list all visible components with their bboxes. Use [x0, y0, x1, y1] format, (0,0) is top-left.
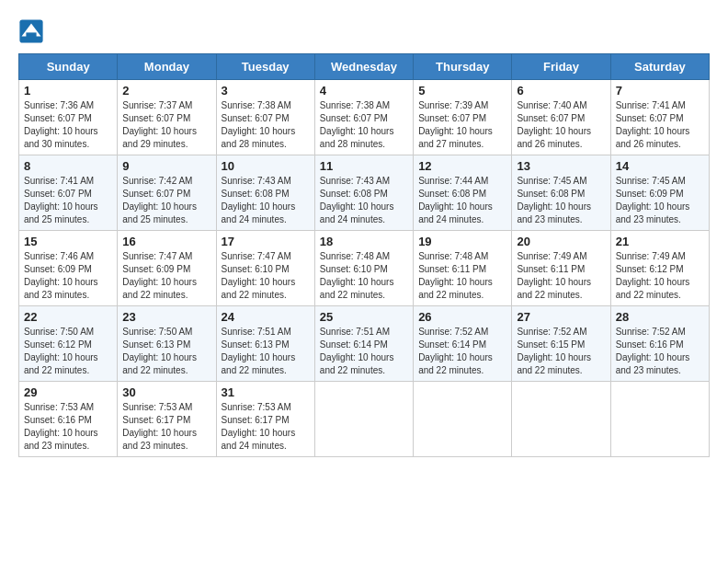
day-info: Sunrise: 7:41 AM Sunset: 6:07 PM Dayligh…	[616, 99, 704, 151]
day-info: Sunrise: 7:44 AM Sunset: 6:08 PM Dayligh…	[418, 175, 506, 226]
calendar-day-cell: 13Sunrise: 7:45 AM Sunset: 6:08 PM Dayli…	[512, 155, 610, 231]
day-number: 18	[320, 235, 408, 248]
weekday-header-tuesday: Tuesday	[216, 54, 314, 80]
calendar-day-cell: 8Sunrise: 7:41 AM Sunset: 6:07 PM Daylig…	[19, 155, 118, 231]
day-info: Sunrise: 7:43 AM Sunset: 6:08 PM Dayligh…	[222, 175, 310, 226]
day-number: 25	[320, 310, 408, 324]
day-info: Sunrise: 7:47 AM Sunset: 6:10 PM Dayligh…	[222, 250, 310, 302]
calendar-day-cell: 7Sunrise: 7:41 AM Sunset: 6:07 PM Daylig…	[610, 80, 709, 155]
calendar-day-cell: 26Sunrise: 7:52 AM Sunset: 6:14 PM Dayli…	[414, 306, 512, 382]
day-info: Sunrise: 7:43 AM Sunset: 6:08 PM Dayligh…	[320, 175, 408, 226]
day-info: Sunrise: 7:45 AM Sunset: 6:08 PM Dayligh…	[517, 175, 605, 226]
day-info: Sunrise: 7:46 AM Sunset: 6:09 PM Dayligh…	[24, 250, 112, 302]
calendar-day-cell: 25Sunrise: 7:51 AM Sunset: 6:14 PM Dayli…	[314, 306, 413, 382]
calendar-table: SundayMondayTuesdayWednesdayThursdayFrid…	[18, 53, 710, 457]
day-number: 29	[24, 385, 112, 399]
page-header	[18, 18, 710, 44]
day-info: Sunrise: 7:42 AM Sunset: 6:07 PM Dayligh…	[122, 175, 210, 226]
day-number: 23	[122, 310, 210, 324]
calendar-day-cell: 12Sunrise: 7:44 AM Sunset: 6:08 PM Dayli…	[414, 155, 512, 231]
calendar-week-row: 29Sunrise: 7:53 AM Sunset: 6:16 PM Dayli…	[19, 382, 710, 457]
day-info: Sunrise: 7:50 AM Sunset: 6:12 PM Dayligh…	[24, 326, 112, 377]
day-number: 26	[418, 310, 506, 324]
empty-cell	[314, 382, 413, 457]
day-number: 30	[122, 385, 210, 399]
calendar-day-cell: 14Sunrise: 7:45 AM Sunset: 6:09 PM Dayli…	[610, 155, 709, 231]
day-info: Sunrise: 7:37 AM Sunset: 6:07 PM Dayligh…	[122, 99, 210, 151]
day-info: Sunrise: 7:45 AM Sunset: 6:09 PM Dayligh…	[616, 175, 704, 226]
day-number: 3	[222, 84, 310, 98]
day-number: 2	[122, 84, 210, 98]
calendar-week-row: 15Sunrise: 7:46 AM Sunset: 6:09 PM Dayli…	[19, 231, 710, 306]
weekday-header-sunday: Sunday	[19, 54, 118, 80]
day-info: Sunrise: 7:51 AM Sunset: 6:13 PM Dayligh…	[222, 326, 310, 377]
day-info: Sunrise: 7:39 AM Sunset: 6:07 PM Dayligh…	[418, 99, 506, 151]
weekday-header-saturday: Saturday	[610, 54, 709, 80]
calendar-day-cell: 3Sunrise: 7:38 AM Sunset: 6:07 PM Daylig…	[216, 80, 314, 155]
day-number: 9	[122, 159, 210, 173]
empty-cell	[414, 382, 512, 457]
day-number: 5	[418, 84, 506, 98]
day-number: 7	[616, 84, 704, 98]
calendar-day-cell: 28Sunrise: 7:52 AM Sunset: 6:16 PM Dayli…	[610, 306, 709, 382]
day-info: Sunrise: 7:41 AM Sunset: 6:07 PM Dayligh…	[24, 175, 112, 226]
day-number: 21	[616, 235, 704, 248]
day-number: 19	[418, 235, 506, 248]
day-info: Sunrise: 7:53 AM Sunset: 6:17 PM Dayligh…	[222, 401, 310, 453]
calendar-day-cell: 9Sunrise: 7:42 AM Sunset: 6:07 PM Daylig…	[118, 155, 216, 231]
day-number: 15	[24, 235, 112, 248]
day-info: Sunrise: 7:38 AM Sunset: 6:07 PM Dayligh…	[320, 99, 408, 151]
day-info: Sunrise: 7:52 AM Sunset: 6:15 PM Dayligh…	[517, 326, 605, 377]
calendar-day-cell: 5Sunrise: 7:39 AM Sunset: 6:07 PM Daylig…	[414, 80, 512, 155]
calendar-day-cell: 21Sunrise: 7:49 AM Sunset: 6:12 PM Dayli…	[610, 231, 709, 306]
calendar-day-cell: 31Sunrise: 7:53 AM Sunset: 6:17 PM Dayli…	[216, 382, 314, 457]
day-info: Sunrise: 7:53 AM Sunset: 6:16 PM Dayligh…	[24, 401, 112, 453]
day-number: 12	[418, 159, 506, 173]
day-number: 17	[222, 235, 310, 248]
day-number: 20	[517, 235, 605, 248]
day-number: 4	[320, 84, 408, 98]
calendar-header-row: SundayMondayTuesdayWednesdayThursdayFrid…	[19, 54, 710, 80]
day-number: 11	[320, 159, 408, 173]
logo	[18, 18, 48, 44]
calendar-week-row: 1Sunrise: 7:36 AM Sunset: 6:07 PM Daylig…	[19, 80, 710, 155]
calendar-day-cell: 24Sunrise: 7:51 AM Sunset: 6:13 PM Dayli…	[216, 306, 314, 382]
calendar-day-cell: 4Sunrise: 7:38 AM Sunset: 6:07 PM Daylig…	[314, 80, 413, 155]
day-info: Sunrise: 7:52 AM Sunset: 6:16 PM Dayligh…	[616, 326, 704, 377]
day-info: Sunrise: 7:40 AM Sunset: 6:07 PM Dayligh…	[517, 99, 605, 151]
calendar-day-cell: 29Sunrise: 7:53 AM Sunset: 6:16 PM Dayli…	[19, 382, 118, 457]
weekday-header-thursday: Thursday	[414, 54, 512, 80]
day-number: 8	[24, 159, 112, 173]
empty-cell	[610, 382, 709, 457]
day-info: Sunrise: 7:49 AM Sunset: 6:11 PM Dayligh…	[517, 250, 605, 302]
day-number: 24	[222, 310, 310, 324]
calendar-week-row: 8Sunrise: 7:41 AM Sunset: 6:07 PM Daylig…	[19, 155, 710, 231]
day-info: Sunrise: 7:47 AM Sunset: 6:09 PM Dayligh…	[122, 250, 210, 302]
day-number: 10	[222, 159, 310, 173]
weekday-header-monday: Monday	[118, 54, 216, 80]
day-number: 27	[517, 310, 605, 324]
calendar-day-cell: 2Sunrise: 7:37 AM Sunset: 6:07 PM Daylig…	[118, 80, 216, 155]
calendar-day-cell: 20Sunrise: 7:49 AM Sunset: 6:11 PM Dayli…	[512, 231, 610, 306]
calendar-day-cell: 11Sunrise: 7:43 AM Sunset: 6:08 PM Dayli…	[314, 155, 413, 231]
day-info: Sunrise: 7:36 AM Sunset: 6:07 PM Dayligh…	[24, 99, 112, 151]
calendar-day-cell: 23Sunrise: 7:50 AM Sunset: 6:13 PM Dayli…	[118, 306, 216, 382]
calendar-day-cell: 19Sunrise: 7:48 AM Sunset: 6:11 PM Dayli…	[414, 231, 512, 306]
day-info: Sunrise: 7:53 AM Sunset: 6:17 PM Dayligh…	[122, 401, 210, 453]
day-number: 13	[517, 159, 605, 173]
logo-icon	[18, 18, 44, 44]
calendar-day-cell: 10Sunrise: 7:43 AM Sunset: 6:08 PM Dayli…	[216, 155, 314, 231]
day-number: 22	[24, 310, 112, 324]
weekday-header-wednesday: Wednesday	[314, 54, 413, 80]
calendar-day-cell: 30Sunrise: 7:53 AM Sunset: 6:17 PM Dayli…	[118, 382, 216, 457]
calendar-day-cell: 16Sunrise: 7:47 AM Sunset: 6:09 PM Dayli…	[118, 231, 216, 306]
empty-cell	[512, 382, 610, 457]
day-info: Sunrise: 7:48 AM Sunset: 6:10 PM Dayligh…	[320, 250, 408, 302]
calendar-day-cell: 15Sunrise: 7:46 AM Sunset: 6:09 PM Dayli…	[19, 231, 118, 306]
day-number: 14	[616, 159, 704, 173]
day-number: 16	[122, 235, 210, 248]
day-info: Sunrise: 7:51 AM Sunset: 6:14 PM Dayligh…	[320, 326, 408, 377]
calendar-day-cell: 18Sunrise: 7:48 AM Sunset: 6:10 PM Dayli…	[314, 231, 413, 306]
day-info: Sunrise: 7:48 AM Sunset: 6:11 PM Dayligh…	[418, 250, 506, 302]
day-number: 31	[222, 385, 310, 399]
